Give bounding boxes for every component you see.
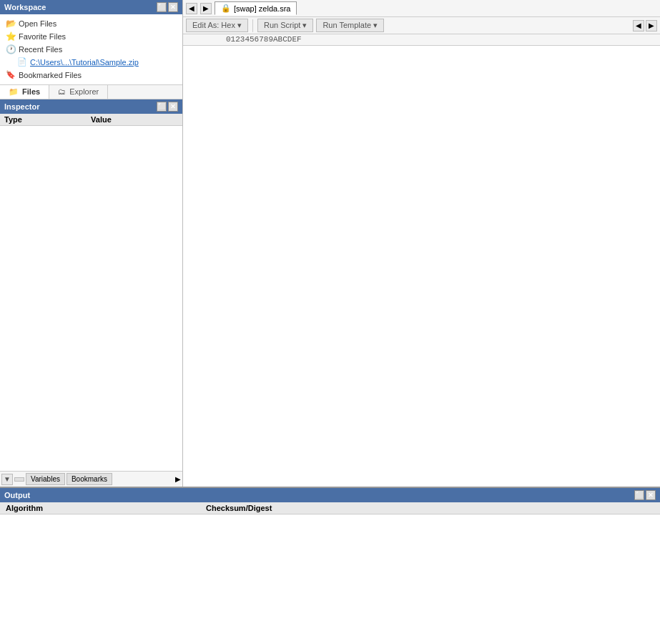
scroll-right-arrow[interactable]: ▶ xyxy=(175,475,181,483)
sample-zip-icon: 📄 xyxy=(17,57,27,67)
hex-nav-fwd[interactable]: ▶ xyxy=(646,20,657,31)
hex-toolbar-right: ◀ ▶ xyxy=(633,20,657,31)
output-win-controls: ⬜ ✕ xyxy=(634,490,656,500)
run-script-btn[interactable]: Run Script ▾ xyxy=(257,19,313,32)
output-col-algorithm: Algorithm xyxy=(0,502,200,514)
inspector-col-type: Type xyxy=(0,114,87,126)
bottom-button-bar: ▼ Variables Bookmarks ▶ xyxy=(0,471,182,487)
toolbar-sep1 xyxy=(252,19,253,32)
file-tab-label: [swap] zelda.sra xyxy=(234,4,290,13)
tree-item-bookmarked-files[interactable]: 🔖 Bookmarked Files xyxy=(0,69,182,82)
hex-nav-back[interactable]: ◀ xyxy=(633,20,644,31)
recent-files-icon: 🕐 xyxy=(6,44,16,54)
tree-item-favorite-files[interactable]: ⭐ Favorite Files xyxy=(0,30,182,43)
tree-item-open-files[interactable]: 📂 Open Files xyxy=(0,17,182,30)
hex-nav-right[interactable]: ▶ xyxy=(200,3,212,14)
run-template-btn[interactable]: Run Template ▾ xyxy=(316,19,384,32)
tab-files-icon: 📁 xyxy=(9,87,19,96)
open-files-label: Open Files xyxy=(19,19,56,28)
inspector-title: Inspector xyxy=(4,102,40,111)
ascii-header: 0123456789ABCDEF xyxy=(220,35,302,44)
bookmarked-files-label: Bookmarked Files xyxy=(19,71,82,79)
workspace-header: Workspace ⬜ ✕ xyxy=(0,0,182,14)
restore-icon[interactable]: ⬜ xyxy=(157,2,167,12)
tree-item-recent-files[interactable]: 🕐 Recent Files xyxy=(0,43,182,56)
bookmarked-files-icon: 🔖 xyxy=(6,70,16,80)
output-header: Output ⬜ ✕ xyxy=(0,488,660,502)
inspector-restore-icon[interactable]: ⬜ xyxy=(157,102,167,112)
edit-as-hex-btn[interactable]: Edit As: Hex ▾ xyxy=(186,19,248,32)
bookmarks-button[interactable]: Bookmarks xyxy=(67,473,112,485)
favorite-files-label: Favorite Files xyxy=(19,32,66,41)
file-tab-icon: 🔒 xyxy=(221,4,231,13)
inspector-table: Type Value xyxy=(0,114,182,471)
left-panel: Workspace ⬜ ✕ 📂 Open Files ⭐ Favorite Fi… xyxy=(0,0,183,487)
inspector-win-controls: ⬜ ✕ xyxy=(157,102,178,112)
hex-col-header-row: 0123456789ABCDEF xyxy=(183,34,660,46)
hex-toolbar: Edit As: Hex ▾ Run Script ▾ Run Template… xyxy=(183,17,660,34)
variables-button[interactable]: Variables xyxy=(26,473,65,485)
file-explorer-tab-bar: 📁 Files 🗂 Explorer xyxy=(0,85,182,99)
scroll-down-arrow[interactable]: ▼ xyxy=(1,474,13,485)
favorite-files-icon: ⭐ xyxy=(6,31,16,42)
inspector-col-value: Value xyxy=(87,114,182,126)
output-close-icon[interactable]: ✕ xyxy=(646,490,656,500)
auto-button[interactable] xyxy=(14,477,24,482)
tab-explorer-icon: 🗂 xyxy=(58,87,66,96)
main-area: Workspace ⬜ ✕ 📂 Open Files ⭐ Favorite Fi… xyxy=(0,0,660,487)
inspector-header: Inspector ⬜ ✕ xyxy=(0,99,182,114)
workspace-tree: 📂 Open Files ⭐ Favorite Files 🕐 Recent F… xyxy=(0,14,182,85)
app-root: Workspace ⬜ ✕ 📂 Open Files ⭐ Favorite Fi… xyxy=(0,0,660,644)
inspector-close-icon[interactable]: ✕ xyxy=(168,102,178,112)
hex-editor: 0123456789ABCDEF xyxy=(183,34,660,487)
output-restore-icon[interactable]: ⬜ xyxy=(634,490,644,500)
hex-nav-left[interactable]: ◀ xyxy=(186,3,197,14)
tab-files[interactable]: 📁 Files xyxy=(0,85,49,99)
tree-item-sample-zip[interactable]: 📄 C:\Users\...\Tutorial\Sample.zip xyxy=(0,56,182,69)
workspace-win-controls: ⬜ ✕ xyxy=(157,2,178,12)
close-icon[interactable]: ✕ xyxy=(168,2,178,12)
tab-explorer[interactable]: 🗂 Explorer xyxy=(49,85,108,99)
open-files-icon: 📂 xyxy=(6,19,16,29)
hex-file-tab[interactable]: 🔒 [swap] zelda.sra xyxy=(215,1,297,15)
output-col-checksum: Checksum/Digest xyxy=(200,502,660,514)
sample-zip-label: C:\Users\...\Tutorial\Sample.zip xyxy=(30,58,139,67)
addr-header xyxy=(183,35,220,44)
output-title: Output xyxy=(4,491,30,499)
output-panel: Output ⬜ ✕ Algorithm Checksum/Digest xyxy=(0,487,660,644)
hex-panel: ◀ ▶ 🔒 [swap] zelda.sra Edit As: Hex ▾ Ru… xyxy=(183,0,660,487)
hex-tab-bar: ◀ ▶ 🔒 [swap] zelda.sra xyxy=(183,0,660,17)
workspace-title: Workspace xyxy=(4,3,46,11)
recent-files-label: Recent Files xyxy=(19,45,62,54)
hex-scroll-area[interactable] xyxy=(183,46,660,487)
output-table: Algorithm Checksum/Digest xyxy=(0,502,660,644)
